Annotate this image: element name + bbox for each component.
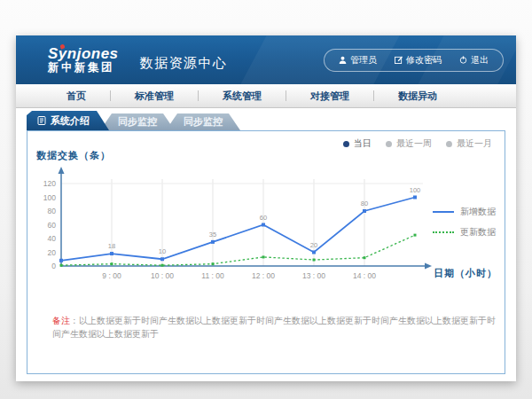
nav-item-data-change[interactable]: 数据异动 (373, 90, 461, 101)
app-header: Synjones 新中新集团 数据资源中心 管理员 修改密码 退出 (16, 35, 516, 84)
logo-subtext: 新中新集团 (48, 62, 119, 74)
user-icon (339, 56, 347, 64)
svg-text:100: 100 (410, 186, 421, 194)
footnote-prefix: 备注 (52, 316, 70, 325)
svg-text:60: 60 (260, 214, 267, 222)
page-title: 数据资源中心 (140, 55, 228, 72)
svg-text:12 : 00: 12 : 00 (252, 271, 275, 280)
logo-text: Synjones (48, 46, 119, 62)
document-icon (37, 116, 46, 125)
svg-text:40: 40 (48, 234, 57, 243)
x-axis-label: 日期（小时） (434, 267, 497, 280)
tab-system-intro[interactable]: 系统介绍 (27, 111, 109, 130)
svg-text:100: 100 (43, 193, 56, 202)
radio-dot-icon (446, 141, 452, 147)
nav-item-standard-mgmt[interactable]: 标准管理 (110, 90, 198, 101)
radio-today[interactable]: 当日 (343, 137, 372, 150)
tab-sync-monitor-2[interactable]: 同步监控 (166, 113, 240, 130)
line-swatch-icon (433, 211, 454, 213)
svg-text:120: 120 (43, 179, 56, 188)
svg-text:10: 10 (159, 247, 166, 255)
footnote: 备注：以上数据更新于时间产生数据以上数据更新于时间产生数据以上数据更新于时间产生… (52, 314, 496, 340)
footnote-text: ：以上数据更新于时间产生数据以上数据更新于时间产生数据以上数据更新于时间产生数据… (52, 316, 496, 339)
nav-item-system-mgmt[interactable]: 系统管理 (198, 90, 286, 101)
main-nav: 首页 标准管理 系统管理 对接管理 数据异动 (16, 84, 516, 108)
svg-text:20: 20 (310, 241, 317, 249)
nav-item-home[interactable]: 首页 (43, 90, 110, 101)
logout-button[interactable]: 退出 (450, 53, 497, 67)
radio-dot-icon (386, 141, 392, 147)
tab-bar: 系统介绍 同步监控 同步监控 (27, 111, 240, 130)
time-range-filter: 当日 最近一周 最近一月 (343, 137, 492, 150)
radio-dot-icon (343, 141, 349, 147)
x-tick-labels: 9 : 0010 : 0011 : 0012 : 0013 : 0014 : 0… (102, 271, 376, 280)
dotted-swatch-icon (433, 231, 454, 233)
chart-legend: 新增数据 更新数据 (433, 206, 496, 239)
radio-last-week[interactable]: 最近一周 (386, 137, 432, 150)
svg-text:80: 80 (361, 200, 368, 207)
edit-icon (395, 56, 403, 64)
legend-item-new-data[interactable]: 新增数据 (433, 206, 496, 218)
user-menu: 管理员 修改密码 退出 (324, 49, 504, 72)
app-window: Synjones 新中新集团 数据资源中心 管理员 修改密码 退出 首页 标准管… (16, 35, 516, 381)
legend-item-update-data[interactable]: 更新数据 (433, 226, 496, 239)
y-tick-labels: 020406080100120 (43, 179, 56, 270)
svg-text:10 : 00: 10 : 00 (151, 271, 174, 280)
svg-text:35: 35 (209, 231, 216, 239)
account-button[interactable]: 管理员 (330, 53, 386, 67)
svg-text:80: 80 (48, 207, 57, 215)
svg-text:11 : 00: 11 : 00 (201, 271, 224, 280)
svg-text:9 : 00: 9 : 00 (102, 271, 121, 280)
radio-last-month[interactable]: 最近一月 (446, 137, 492, 150)
company-logo: Synjones 新中新集团 (48, 46, 119, 74)
svg-text:60: 60 (48, 221, 57, 230)
svg-text:14 : 00: 14 : 00 (353, 271, 376, 280)
change-password-button[interactable]: 修改密码 (386, 53, 450, 67)
series-1 (60, 234, 417, 267)
tab-sync-monitor-1[interactable]: 同步监控 (100, 113, 175, 130)
svg-text:20: 20 (48, 248, 57, 257)
power-icon (459, 56, 467, 64)
y-axis-label: 数据交换（条） (36, 149, 111, 162)
chart-panel: 当日 最近一周 最近一月 数据交换（条） 0204060801001209 : … (27, 130, 505, 374)
svg-text:13 : 00: 13 : 00 (302, 271, 325, 280)
series-0: 181035602080100 (59, 186, 420, 262)
svg-text:18: 18 (108, 242, 115, 250)
grid-lines (61, 179, 423, 266)
svg-text:0: 0 (51, 262, 56, 270)
nav-item-interface-mgmt[interactable]: 对接管理 (286, 90, 373, 101)
exchange-line-chart: 0204060801001209 : 0010 : 0011 : 0012 : … (35, 163, 451, 289)
